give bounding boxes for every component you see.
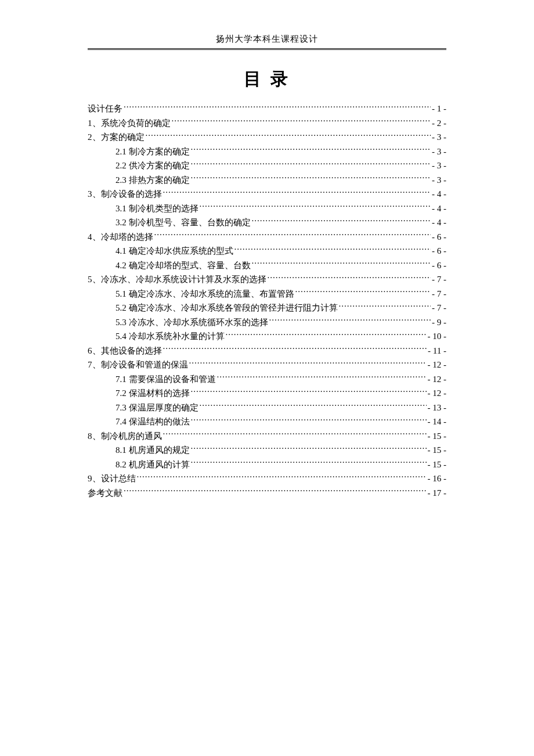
toc-leader-dots	[154, 231, 431, 240]
toc-leader-dots	[191, 459, 427, 467]
toc-item-page: - 15 -	[428, 429, 447, 444]
toc-item: 1、系统冷负荷的确定- 2 -	[88, 116, 446, 131]
toc-leader-dots	[191, 160, 431, 168]
toc-item-label: 4、冷却塔的选择	[88, 230, 153, 244]
toc-item-page: - 11 -	[428, 344, 446, 358]
toc-leader-dots	[217, 373, 427, 382]
toc-item-label: 3、制冷设备的选择	[88, 187, 162, 201]
toc-item: 9、设计总结- 16 -	[88, 471, 446, 486]
toc-item-page: - 6 -	[432, 230, 446, 244]
toc-item-page: - 2 -	[432, 116, 446, 131]
toc-item: 7.1 需要保温的设备和管道- 12 -	[88, 372, 446, 387]
toc-leader-dots	[191, 444, 427, 453]
toc-item: 2、方案的确定- 3 -	[88, 130, 446, 145]
toc-item-label: 8.2 机房通风的计算	[116, 458, 190, 472]
toc-item: 3.2 制冷机型号、容量、台数的确定- 4 -	[88, 215, 446, 230]
toc-leader-dots	[268, 273, 431, 282]
toc-item-label: 2.2 供冷方案的确定	[116, 159, 190, 173]
toc-item-page: - 3 -	[432, 173, 446, 188]
toc-item-label: 2.1 制冷方案的确定	[116, 145, 190, 159]
toc-item-page: - 12 -	[428, 386, 447, 401]
toc-item-page: - 13 -	[428, 401, 447, 415]
toc-item-page: - 7 -	[432, 301, 446, 315]
toc-item: 3.1 制冷机类型的选择- 4 -	[88, 201, 446, 216]
toc-item-page: - 4 -	[432, 215, 446, 230]
toc-leader-dots	[137, 473, 427, 481]
toc-item-label: 7、制冷设备和管道的保温	[88, 358, 188, 372]
toc-item-page: - 6 -	[432, 244, 446, 258]
toc-item-label: 1、系统冷负荷的确定	[88, 116, 171, 131]
toc-item-label: 5.4 冷却水系统补水量的计算	[116, 329, 225, 344]
toc-item-label: 7.1 需要保温的设备和管道	[116, 372, 216, 387]
toc-item: 8.2 机房通风的计算- 15 -	[88, 458, 446, 472]
toc-item: 5、冷冻水、冷却水系统设计计算及水泵的选择- 7 -	[88, 272, 446, 287]
toc-item: 7.3 保温层厚度的确定- 13 -	[88, 401, 446, 415]
toc-item-label: 7.2 保温材料的选择	[116, 386, 190, 401]
toc-item-page: - 14 -	[428, 415, 447, 429]
toc-leader-dots	[252, 217, 431, 225]
toc-item: 2.3 排热方案的确定- 3 -	[88, 173, 446, 188]
toc-leader-dots	[163, 430, 427, 439]
toc-leader-dots	[163, 345, 427, 354]
toc-item: 6、其他设备的选择- 11 -	[88, 344, 446, 358]
toc-item-page: - 12 -	[428, 372, 447, 387]
toc-item: 8.1 机房通风的规定- 15 -	[88, 443, 446, 458]
toc-item-page: - 17 -	[428, 486, 447, 501]
toc-item-page: - 3 -	[432, 159, 446, 173]
toc-item-page: - 10 -	[428, 329, 447, 344]
toc-item: 2.1 制冷方案的确定- 3 -	[88, 145, 446, 159]
toc-item: 5.1 确定冷冻水、冷却水系统的流量、布置管路- 7 -	[88, 287, 446, 301]
toc-item: 5.2 确定冷冻水、冷却水系统各管段的管径并进行阻力计算- 7 -	[88, 301, 446, 315]
toc-item-label: 2、方案的确定	[88, 130, 145, 145]
toc-item-label: 5.2 确定冷冻水、冷却水系统各管段的管径并进行阻力计算	[116, 301, 338, 315]
toc-item-label: 参考文献	[88, 486, 122, 501]
page-header-title: 扬州大学本科生课程设计	[0, 34, 534, 45]
toc-item-label: 2.3 排热方案的确定	[116, 173, 190, 188]
toc-leader-dots	[295, 288, 431, 297]
toc-item: 2.2 供冷方案的确定- 3 -	[88, 159, 446, 173]
toc-item: 8、制冷机房的通风- 15 -	[88, 429, 446, 444]
toc-item-label: 9、设计总结	[88, 471, 136, 486]
toc-item: 4.2 确定冷却塔的型式、容量、台数- 6 -	[88, 258, 446, 273]
toc-leader-dots	[191, 387, 427, 396]
toc-main-title: 目 录	[0, 67, 534, 91]
toc-leader-dots	[234, 245, 431, 254]
toc-item-label: 5.1 确定冷冻水、冷却水系统的流量、布置管路	[116, 287, 294, 301]
toc-container: 设计任务- 1 -1、系统冷负荷的确定- 2 -2、方案的确定- 3 -2.1 …	[88, 102, 446, 500]
toc-item-page: - 16 -	[428, 471, 447, 486]
toc-item: 7、制冷设备和管道的保温- 12 -	[88, 358, 446, 372]
toc-item-page: - 7 -	[432, 272, 446, 287]
toc-item-page: - 1 -	[432, 102, 446, 116]
toc-item-label: 5、冷冻水、冷却水系统设计计算及水泵的选择	[88, 272, 266, 287]
toc-item-page: - 6 -	[432, 258, 446, 273]
toc-item-label: 8.1 机房通风的规定	[116, 443, 190, 458]
toc-item-page: - 4 -	[432, 187, 446, 201]
toc-leader-dots	[189, 359, 427, 368]
toc-leader-dots	[191, 416, 427, 424]
toc-leader-dots	[172, 117, 431, 126]
toc-leader-dots	[124, 103, 431, 111]
toc-item-page: - 3 -	[432, 130, 446, 145]
toc-item: 5.3 冷冻水、冷却水系统循环水泵的选择- 9 -	[88, 315, 446, 330]
toc-item-label: 7.4 保温结构的做法	[116, 415, 190, 429]
toc-item-label: 6、其他设备的选择	[88, 344, 162, 358]
toc-item-label: 4.2 确定冷却塔的型式、容量、台数	[116, 258, 251, 273]
toc-item: 4.1 确定冷却水供应系统的型式- 6 -	[88, 244, 446, 258]
toc-item: 4、冷却塔的选择- 6 -	[88, 230, 446, 244]
toc-item-page: - 9 -	[432, 315, 446, 330]
toc-leader-dots	[226, 330, 427, 339]
toc-leader-dots	[252, 260, 431, 268]
toc-leader-dots	[269, 316, 431, 325]
toc-item-page: - 7 -	[432, 287, 446, 301]
toc-item: 7.2 保温材料的选择- 12 -	[88, 386, 446, 401]
toc-item-label: 4.1 确定冷却水供应系统的型式	[116, 244, 233, 258]
toc-leader-dots	[191, 146, 431, 154]
toc-item-label: 3.2 制冷机型号、容量、台数的确定	[116, 215, 251, 230]
toc-item: 3、制冷设备的选择- 4 -	[88, 187, 446, 201]
toc-item: 参考文献- 17 -	[88, 486, 446, 501]
toc-item-page: - 15 -	[428, 458, 447, 472]
toc-item-page: - 4 -	[432, 201, 446, 216]
toc-item-label: 5.3 冷冻水、冷却水系统循环水泵的选择	[116, 315, 268, 330]
toc-item-label: 8、制冷机房的通风	[88, 429, 162, 444]
toc-leader-dots	[146, 131, 431, 140]
